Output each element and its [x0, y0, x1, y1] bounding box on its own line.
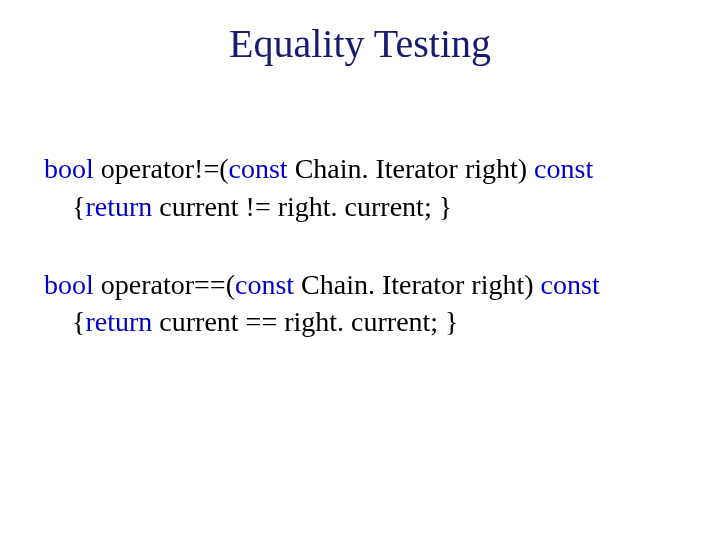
- slide: Equality Testing bool operator!=(const C…: [0, 0, 720, 540]
- text: operator==(: [94, 269, 235, 300]
- text: operator!=(: [94, 153, 229, 184]
- text: Chain. Iterator right): [294, 269, 540, 300]
- keyword-const: const: [534, 153, 593, 184]
- keyword-bool: bool: [44, 153, 94, 184]
- code-line-4: {return current == right. current; }: [72, 303, 676, 341]
- keyword-bool: bool: [44, 269, 94, 300]
- keyword-return: return: [85, 306, 152, 337]
- code-line-1: bool operator!=(const Chain. Iterator ri…: [44, 150, 676, 188]
- text: Chain. Iterator right): [288, 153, 534, 184]
- code-line-3: bool operator==(const Chain. Iterator ri…: [44, 266, 676, 304]
- text: current != right. current; }: [152, 191, 452, 222]
- keyword-const: const: [541, 269, 600, 300]
- code-line-2: {return current != right. current; }: [72, 188, 676, 226]
- keyword-const: const: [229, 153, 288, 184]
- keyword-return: return: [85, 191, 152, 222]
- slide-body: bool operator!=(const Chain. Iterator ri…: [44, 150, 676, 381]
- keyword-const: const: [235, 269, 294, 300]
- text: {: [72, 191, 85, 222]
- slide-title: Equality Testing: [0, 20, 720, 67]
- text: current == right. current; }: [152, 306, 458, 337]
- text: {: [72, 306, 85, 337]
